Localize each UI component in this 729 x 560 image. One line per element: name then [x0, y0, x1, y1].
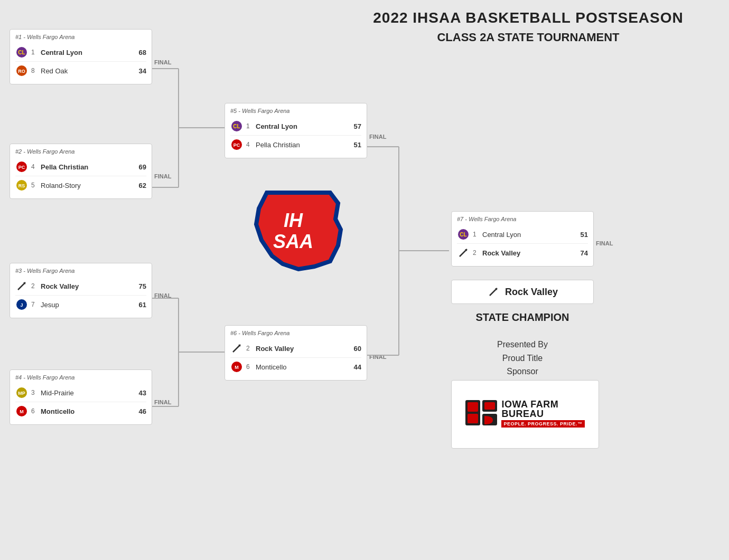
game4-team2-icon: M	[15, 405, 28, 417]
game3-team2-name: Jesup	[41, 301, 132, 309]
fb-text-block: IOWA FARM BUREAU PEOPLE. PROGRESS. PRIDE…	[501, 400, 584, 428]
game3-team2-row: J 7 Jesup 61	[15, 296, 146, 314]
svg-text:M: M	[235, 365, 239, 370]
game1-box: #1 - Wells Fargo Arena CL 1 Central Lyon…	[10, 29, 152, 84]
game2-result: FINAL	[154, 173, 171, 179]
presented-by-line3: Sponsor	[451, 365, 594, 378]
game3-box: #3 - Wells Fargo Arena 2 Rock Valley 75 …	[10, 263, 152, 318]
game1-team1-row: CL 1 Central Lyon 68	[15, 43, 146, 62]
game7-result: FINAL	[596, 240, 613, 246]
game3-team1-icon	[15, 280, 28, 292]
svg-text:CL: CL	[18, 50, 25, 55]
svg-line-8	[18, 282, 25, 290]
game3-team2-score: 61	[132, 301, 146, 309]
game2-venue: #2 - Wells Fargo Arena	[15, 148, 146, 155]
svg-text:M: M	[20, 409, 24, 414]
presented-by-line2: Proud Title	[451, 352, 594, 365]
game7-venue: #7 - Wells Fargo Arena	[457, 216, 588, 222]
game3-result: FINAL	[154, 292, 171, 299]
game1-venue: #1 - Wells Fargo Arena	[15, 34, 146, 40]
game7-team1-name: Central Lyon	[482, 231, 573, 239]
game4-team2-seed: 6	[31, 407, 38, 415]
svg-text:SAA: SAA	[273, 231, 313, 252]
svg-text:CL: CL	[233, 124, 240, 129]
game5-team2-score: 51	[347, 141, 361, 149]
game4-team2-score: 46	[132, 407, 146, 415]
game7-box: #7 - Wells Fargo Arena CL 1 Central Lyon…	[451, 211, 594, 267]
game7-team2-score: 74	[573, 249, 588, 257]
game3-venue: #3 - Wells Fargo Arena	[15, 268, 146, 274]
fb-logo-graphic: IOWA FARM BUREAU PEOPLE. PROGRESS. PRIDE…	[465, 400, 584, 428]
game1-team2-name: Red Oak	[41, 67, 132, 75]
fb-name-line1: IOWA FARM	[501, 400, 584, 409]
game6-team2-row: M 6 Monticello 44	[230, 358, 361, 376]
svg-text:RS: RS	[18, 183, 25, 188]
game5-team1-score: 57	[347, 122, 361, 130]
game4-team1-icon: MP	[15, 386, 28, 399]
game1-team1-score: 68	[132, 49, 146, 56]
game3-team1-row: 2 Rock Valley 75	[15, 277, 146, 296]
svg-text:J: J	[20, 302, 23, 308]
game5-team1-seed: 1	[246, 122, 253, 130]
fb-tagline: PEOPLE. PROGRESS. PRIDE.™	[501, 420, 584, 428]
game7-team2-row: 2 Rock Valley 74	[457, 244, 588, 262]
game7-team1-seed: 1	[473, 231, 479, 238]
game4-team1-seed: 3	[31, 389, 38, 396]
game3-team2-seed: 7	[31, 301, 38, 308]
svg-text:PC: PC	[18, 165, 25, 170]
farm-bureau-box: IOWA FARM BUREAU PEOPLE. PROGRESS. PRIDE…	[451, 380, 599, 449]
game4-box: #4 - Wells Fargo Arena MP 3 Mid-Prairie …	[10, 369, 152, 425]
champion-name: Rock Valley	[505, 287, 558, 298]
champion-icon	[487, 286, 500, 298]
game7-team1-icon: CL	[457, 228, 470, 241]
fb-name-line2: BUREAU	[501, 409, 584, 419]
game5-team2-seed: 4	[246, 141, 253, 148]
game5-result: FINAL	[369, 134, 386, 140]
game6-box: #6 - Wells Fargo Arena 2 Rock Valley 60 …	[225, 325, 367, 381]
game1-result: FINAL	[154, 59, 171, 65]
game7-team2-name: Rock Valley	[482, 249, 573, 257]
game3-team1-score: 75	[132, 282, 146, 290]
game1-team2-row: RO 8 Red Oak 34	[15, 62, 146, 80]
game7-team2-icon	[457, 246, 470, 259]
game6-team1-name: Rock Valley	[256, 345, 347, 353]
svg-text:PC: PC	[233, 143, 240, 148]
game7-team2-seed: 2	[473, 249, 479, 257]
presented-by-line1: Presented By	[451, 338, 594, 352]
game6-team1-icon	[230, 342, 243, 355]
game2-team2-icon: RS	[15, 179, 28, 192]
game5-box: #5 - Wells Fargo Arena CL 1 Central Lyon…	[225, 103, 367, 158]
game6-team2-score: 44	[347, 363, 361, 371]
game2-team1-score: 69	[132, 163, 146, 171]
game6-venue: #6 - Wells Fargo Arena	[230, 330, 361, 336]
game3-team1-seed: 2	[31, 282, 38, 290]
svg-line-28	[233, 345, 240, 352]
svg-rect-46	[468, 414, 478, 423]
svg-text:CL: CL	[460, 232, 466, 238]
page-title: 2022 IHSAA BASKETBALL POSTSEASON	[328, 10, 729, 26]
game6-team1-row: 2 Rock Valley 60	[230, 339, 361, 358]
svg-line-40	[460, 249, 467, 257]
game5-team1-row: CL 1 Central Lyon 57	[230, 117, 361, 136]
game2-team1-seed: 4	[31, 163, 38, 170]
game5-team2-name: Pella Christian	[256, 141, 347, 149]
game4-team1-name: Mid-Prairie	[41, 389, 132, 397]
game7-team1-score: 51	[573, 231, 588, 239]
game2-team1-name: Pella Christian	[41, 163, 132, 171]
svg-rect-45	[468, 402, 478, 412]
game6-team2-name: Monticello	[256, 363, 347, 371]
game4-team2-name: Monticello	[41, 407, 132, 415]
svg-text:RO: RO	[18, 69, 25, 74]
ihsaa-logo: IH SAA	[240, 179, 346, 274]
game1-team1-seed: 1	[31, 49, 38, 56]
game4-venue: #4 - Wells Fargo Arena	[15, 374, 146, 381]
svg-rect-48	[484, 402, 495, 410]
game2-team1-icon: PC	[15, 160, 28, 173]
svg-line-42	[490, 288, 497, 296]
champion-box: Rock Valley	[451, 280, 594, 304]
game2-team2-score: 62	[132, 182, 146, 189]
game6-team1-score: 60	[347, 345, 361, 353]
game1-team1-name: Central Lyon	[41, 49, 132, 56]
state-champion-label: STATE CHAMPION	[451, 311, 594, 324]
game3-team2-icon: J	[15, 298, 28, 311]
